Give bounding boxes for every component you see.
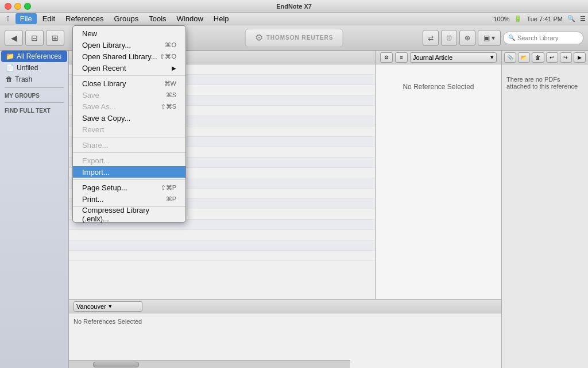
menu-save: Save ⌘S [73, 89, 185, 101]
menu-print-shortcut: ⌘P [166, 195, 176, 203]
menu-open-library-shortcut: ⌘O [165, 41, 176, 49]
menu-close-library-label: Close Library [82, 79, 126, 88]
menu-open-recent-label: Open Recent [82, 64, 126, 72]
menu-export-label: Export... [82, 156, 110, 165]
menu-open-shared-label: Open Shared Library... [82, 52, 157, 61]
menu-page-setup-label: Page Setup... [82, 183, 127, 192]
menu-close-library-shortcut: ⌘W [164, 80, 176, 87]
menu-revert-label: Revert [82, 125, 104, 134]
menu-save-as: Save As... ⇧⌘S [73, 101, 185, 112]
menu-import[interactable]: Import... [73, 166, 185, 178]
menu-separator-1 [73, 75, 185, 76]
menu-open-library[interactable]: Open Library... ⌘O [73, 39, 185, 51]
menu-open-library-label: Open Library... [82, 41, 131, 49]
menu-share-label: Share... [82, 141, 109, 150]
menu-close-library[interactable]: Close Library ⌘W [73, 78, 185, 89]
menu-export: Export... [73, 155, 185, 166]
menu-open-shared-shortcut: ⇧⌘O [160, 53, 176, 60]
menu-save-as-shortcut: ⇧⌘S [161, 103, 176, 110]
menu-new-label: New [82, 29, 97, 38]
submenu-arrow: ▶ [172, 65, 176, 71]
menu-save-shortcut: ⌘S [166, 91, 176, 99]
menu-compressed-library-label: Compressed Library (.enlx)... [82, 206, 176, 223]
menu-separator-4 [73, 179, 185, 180]
menu-revert: Revert [73, 124, 185, 135]
menu-print-label: Print... [82, 195, 104, 204]
menu-separator-3 [73, 152, 185, 153]
menu-import-label: Import... [82, 168, 110, 177]
menu-open-recent[interactable]: Open Recent ▶ [73, 62, 185, 74]
menu-save-copy[interactable]: Save a Copy... [73, 112, 185, 124]
file-menu: New Open Library... ⌘O Open Shared Libra… [72, 25, 186, 223]
menu-share: Share... [73, 139, 185, 151]
menu-print[interactable]: Print... ⌘P [73, 193, 185, 205]
menu-save-label: Save [82, 91, 99, 99]
menu-new[interactable]: New [73, 28, 185, 39]
menu-open-shared[interactable]: Open Shared Library... ⇧⌘O [73, 51, 185, 62]
menu-save-copy-label: Save a Copy... [82, 114, 130, 122]
menu-page-setup[interactable]: Page Setup... ⇧⌘P [73, 182, 185, 193]
dropdown-overlay: New Open Library... ⌘O Open Shared Libra… [0, 0, 588, 368]
menu-separator-2 [73, 137, 185, 137]
menu-compressed-library[interactable]: Compressed Library (.enlx)... [73, 209, 185, 220]
menu-page-setup-shortcut: ⇧⌘P [161, 184, 176, 191]
menu-save-as-label: Save As... [82, 102, 116, 111]
